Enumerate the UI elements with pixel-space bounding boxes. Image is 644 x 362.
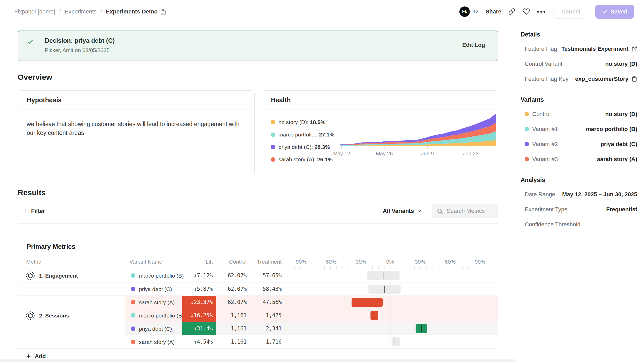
variants-dropdown-label: All Variants — [383, 208, 414, 214]
favorite-icon[interactable] — [522, 8, 530, 15]
variants-dropdown[interactable]: All Variants — [380, 204, 425, 218]
decision-check-icon — [27, 39, 33, 45]
control-variant-row: Control Variant no story (D) — [521, 60, 637, 67]
search-icon — [437, 208, 443, 214]
variant-label: Variant #1 — [532, 126, 558, 133]
ci-mean-line — [374, 312, 374, 319]
details-section: Details Feature Flag Testimonials Experi… — [521, 31, 637, 82]
experiment-type-row: Experiment Type Frequentist — [521, 206, 637, 213]
edit-log-button[interactable]: Edit Log — [462, 42, 485, 48]
feature-flag-value[interactable]: Testimonials Experiment — [561, 46, 637, 52]
flag-key-value: exp_customerStory — [575, 76, 637, 82]
treatment-value: 2,341 — [248, 322, 282, 335]
variant-label: Variant #3 — [532, 156, 558, 163]
svg-text:Jun 9: Jun 9 — [421, 151, 434, 156]
breadcrumb-project[interactable]: Fixpanel {demo} — [14, 8, 55, 15]
confidence-interval-plot — [288, 296, 495, 309]
legend-item[interactable]: priya debt (C)28.3% — [271, 144, 334, 150]
ci-bar — [416, 324, 427, 333]
table-row[interactable]: priya debt (C) ↑31.4% 1,161 2,341 — [18, 322, 498, 335]
variant-name: priya debt (C) — [139, 283, 172, 296]
control-value: 1,161 — [213, 309, 247, 322]
lift-value: ↑4.54% — [182, 335, 216, 349]
decision-title: Decision: priya debt (C) — [45, 37, 498, 44]
main-content: Decision: priya debt (C) Picker, Amit on… — [18, 23, 498, 362]
saved-button[interactable]: Saved — [595, 5, 634, 19]
copy-link-icon[interactable] — [508, 8, 515, 15]
variants-section: Variants Control no story (D) Variant #1… — [521, 96, 637, 163]
analysis-section: Analysis Date Range May 12, 2025 – Jun 3… — [521, 177, 637, 228]
clipboard-icon[interactable] — [632, 76, 637, 82]
legend-swatch — [271, 133, 275, 137]
ci-bar — [367, 271, 400, 280]
collaborators-count[interactable]: + 12 — [468, 9, 478, 15]
top-header: Fixpanel {demo} / Experiments / Experime… — [0, 0, 644, 23]
health-title: Health — [262, 91, 498, 110]
hypothesis-card: Hypothesis we believe that showing custo… — [18, 90, 255, 177]
treatment-value: 47.56% — [248, 296, 282, 309]
flag-key-row: Feature Flag Key exp_customerStory — [521, 75, 637, 82]
variant-value: priya debt (C) — [600, 141, 637, 148]
search-metrics-box[interactable] — [432, 204, 498, 218]
variant-label: Control — [532, 111, 551, 118]
more-options-icon[interactable]: ••• — [537, 8, 547, 15]
lift-value: ↓5.87% — [182, 283, 216, 296]
ci-mean-line — [421, 325, 422, 332]
legend-swatch — [271, 145, 275, 149]
table-row[interactable]: sarah story (A) ↑4.54% 1,161 1,716 — [18, 335, 498, 348]
page-title: Experiments Demo — [106, 8, 158, 15]
search-metrics-input[interactable] — [447, 208, 491, 214]
bottom-strip — [0, 359, 515, 362]
add-label: Add — [35, 353, 46, 360]
variant-swatch — [131, 300, 135, 304]
legend-swatch — [271, 157, 275, 162]
divider — [18, 223, 498, 224]
results-toolbar: Filter All Variants — [18, 204, 498, 218]
legend-item[interactable]: no story (D)18.5% — [271, 119, 334, 125]
primary-metrics-card: Primary Metrics Metric Variant Name Lift… — [18, 236, 498, 362]
metric-target-icon — [26, 311, 35, 320]
table-header: Metric Variant Name Lift Control Treatme… — [18, 255, 498, 269]
breadcrumb: Fixpanel {demo} / Experiments / Experime… — [14, 8, 166, 15]
ci-mean-line — [395, 338, 395, 345]
details-sidebar: Details Feature Flag Testimonials Experi… — [515, 23, 644, 362]
overview-heading: Overview — [18, 73, 498, 82]
health-legend: no story (D)18.5% marco portfoli...27.1%… — [271, 119, 334, 169]
variants-heading: Variants — [521, 96, 637, 103]
analysis-heading: Analysis — [521, 177, 637, 184]
share-button[interactable]: Share — [486, 8, 501, 15]
ci-bar — [368, 285, 401, 294]
decision-banner: Decision: priya debt (C) Picker, Amit on… — [18, 31, 498, 61]
lift-value: ↑31.4% — [182, 322, 216, 335]
variant-row-control: Control no story (D) — [521, 111, 637, 118]
treatment-value: 57.65% — [248, 269, 282, 282]
confidence-threshold-label: Confidence Threshold — [521, 221, 580, 228]
legend-item[interactable]: marco portfoli...27.1% — [271, 132, 334, 138]
variant-swatch — [131, 287, 135, 291]
variant-row-3: Variant #3 sarah story (A) — [521, 156, 637, 163]
legend-item[interactable]: sarah story (A)26.1% — [271, 156, 334, 163]
control-value: 62.07% — [213, 283, 247, 296]
cancel-button[interactable]: Cancel — [554, 5, 588, 19]
ci-bar — [352, 298, 383, 307]
external-link-icon[interactable] — [632, 46, 637, 52]
breadcrumb-experiments[interactable]: Experiments — [65, 8, 96, 15]
ci-bar — [370, 311, 378, 320]
add-filter-button[interactable]: Filter — [18, 208, 45, 214]
table-row[interactable]: sarah story (A) ↓23.37% 62.07% 47.56% — [18, 295, 498, 309]
variant-row-1: Variant #1 marco portfolio (B) — [521, 126, 637, 133]
feature-flag-row: Feature Flag Testimonials Experiment — [521, 45, 637, 52]
date-range-value: May 12, 2025 – Jun 30, 2025 — [562, 191, 637, 198]
check-icon — [602, 9, 608, 15]
ci-mean-line — [384, 286, 385, 293]
metric-name: 2. Sessions — [39, 313, 69, 319]
treatment-value: 1,425 — [248, 309, 282, 322]
col-lift: Lift — [182, 259, 213, 265]
metric-name: 1. Engagement — [39, 273, 78, 279]
table-row[interactable]: 2. Sessions marco portfolio (B) ↓16.25% … — [18, 309, 498, 322]
table-row[interactable]: 1. Engagement marco portfolio (B) ↓7.12%… — [18, 269, 498, 282]
table-row[interactable]: priya debt (C) ↓5.87% 62.07% 58.43% — [18, 282, 498, 295]
flag-key-value-text: exp_customerStory — [575, 76, 628, 82]
date-range-label: Date Range — [521, 191, 555, 198]
microscope-icon — [160, 9, 166, 15]
